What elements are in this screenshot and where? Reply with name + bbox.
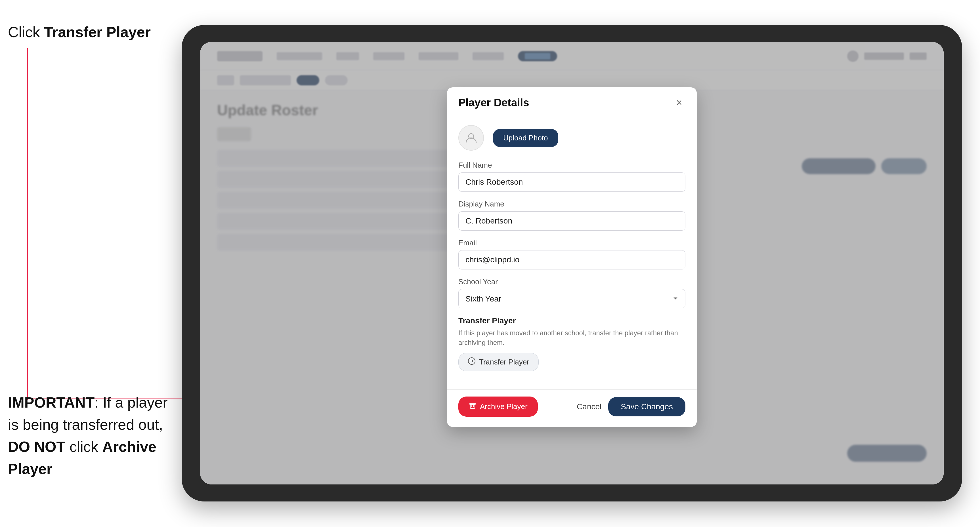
cancel-button[interactable]: Cancel [577, 402, 601, 411]
footer-right-actions: Cancel Save Changes [577, 397, 686, 416]
school-year-group: School Year Sixth Year [458, 278, 686, 308]
instruction-top: Click Transfer Player [8, 23, 151, 42]
upload-photo-button[interactable]: Upload Photo [493, 129, 558, 147]
instruction-bottom: IMPORTANT: If a player is being transfer… [8, 391, 173, 480]
email-label: Email [458, 238, 686, 247]
transfer-title: Transfer Player [458, 316, 686, 325]
display-name-input[interactable] [458, 211, 686, 230]
player-details-modal: Player Details × [447, 87, 697, 427]
instruction-do-not: DO NOT [8, 438, 65, 455]
instruction-bottom-text2: click [65, 438, 102, 455]
transfer-section: Transfer Player If this player has moved… [458, 316, 686, 371]
close-icon: × [676, 97, 682, 109]
instruction-top-prefix: Click [8, 24, 44, 40]
transfer-description: If this player has moved to another scho… [458, 328, 686, 347]
save-changes-button[interactable]: Save Changes [608, 397, 686, 416]
modal-footer: Archive Player Cancel Save Changes [447, 389, 697, 427]
instruction-top-bold: Transfer Player [44, 24, 151, 40]
school-year-select[interactable]: Sixth Year [458, 289, 686, 308]
email-input[interactable] [458, 250, 686, 270]
full-name-group: Full Name [458, 161, 686, 192]
transfer-button-label: Transfer Player [479, 358, 529, 367]
modal-title: Player Details [458, 97, 529, 109]
display-name-label: Display Name [458, 200, 686, 208]
avatar-placeholder [458, 125, 484, 151]
modal-body: Upload Photo Full Name Display Name [447, 116, 697, 389]
archive-button-label: Archive Player [480, 402, 528, 411]
close-button[interactable]: × [673, 97, 686, 109]
instruction-important: IMPORTANT [8, 394, 94, 411]
photo-upload-row: Upload Photo [458, 125, 686, 151]
email-group: Email [458, 238, 686, 270]
annotation-line-vertical [27, 48, 28, 400]
display-name-group: Display Name [458, 200, 686, 230]
archive-player-button[interactable]: Archive Player [458, 397, 538, 417]
school-year-label: School Year [458, 278, 686, 286]
archive-icon [469, 402, 477, 411]
svg-rect-2 [470, 403, 476, 405]
full-name-label: Full Name [458, 161, 686, 170]
tablet-screen: Update Roster [200, 42, 944, 484]
modal-overlay: Player Details × [200, 42, 944, 484]
tablet-device: Update Roster [181, 25, 962, 502]
modal-header: Player Details × [447, 87, 697, 116]
full-name-input[interactable] [458, 173, 686, 192]
transfer-player-button[interactable]: Transfer Player [458, 353, 539, 371]
transfer-icon [468, 357, 476, 367]
